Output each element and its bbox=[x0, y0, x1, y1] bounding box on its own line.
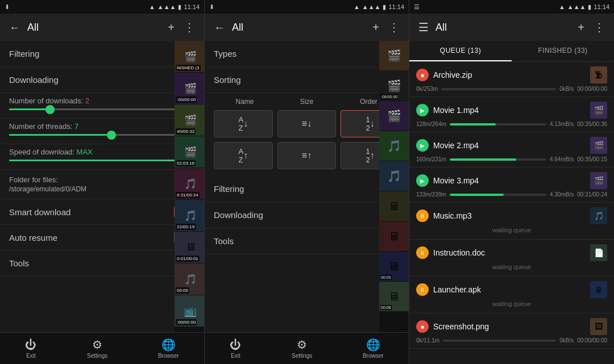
thumb-2: 🎬 :00/00:00 bbox=[175, 73, 204, 104]
settings-label-2: Settings bbox=[292, 353, 312, 359]
top-bar-2: ← All + ⋮ bbox=[205, 14, 409, 41]
downloads-slider-track[interactable] bbox=[9, 108, 195, 110]
sort-size-desc[interactable]: ≡↓ bbox=[277, 110, 337, 137]
downloading-section-2[interactable]: Downloading ∨ bbox=[205, 202, 409, 228]
exit-label-1: Exit bbox=[26, 353, 36, 359]
sort-size-asc[interactable]: ≡↑ bbox=[277, 142, 337, 169]
download-music[interactable]: ⏸ Music.mp3 🎵 waiting queue bbox=[409, 203, 614, 240]
download-movie1[interactable]: ▶ Movie 1.mp4 🎬 128m/264m 4.13mB/s 00:35… bbox=[409, 97, 614, 132]
thumb-p2-7: 🖥 bbox=[379, 221, 409, 251]
sort-content: Types ∨ Sorting ∧ Name Size Order AZ ↓ ≡… bbox=[205, 41, 409, 332]
movie2-play-icon: ▶ bbox=[416, 139, 429, 152]
movie2-time: 00:35/00:15 bbox=[577, 156, 607, 162]
speed-label: Speed of download: MAX bbox=[9, 148, 195, 156]
thumb-4: 🎬 02:03:16 bbox=[175, 136, 204, 168]
num-downloads-label: Number of downloads: 2 bbox=[9, 97, 195, 105]
status-bar-1: ⬇ ▲ ▲▲▲ ▮ 11:14 bbox=[0, 0, 204, 14]
browser-button-2[interactable]: 🌐 Browser bbox=[363, 338, 384, 359]
folder-item: Folder for files: /storage/emulated/0/AD… bbox=[0, 170, 204, 199]
sort-arrow-desc-1: ↓ bbox=[243, 119, 248, 129]
movie3-progress-row: 133m/239m 4.30mB/s 00:31/00:24 bbox=[416, 191, 607, 198]
instruction-row: ⏸ Instruction.doc 📄 bbox=[416, 244, 607, 261]
instruction-name: Instruction.doc bbox=[433, 248, 586, 257]
menu-button-1[interactable]: ⋮ bbox=[181, 18, 197, 36]
sort-order-asc-icon: 12 bbox=[366, 147, 370, 164]
speed-slider-track[interactable] bbox=[9, 160, 195, 161]
screenshot-row: ■ Screenshot.png 🖼 bbox=[416, 318, 607, 335]
movie2-size: 160m/231m bbox=[416, 156, 446, 162]
download-screenshot[interactable]: ■ Screenshot.png 🖼 0k/11.1m 0kB/s 00:00/… bbox=[409, 313, 614, 349]
download-archive-zip[interactable]: ■ Archive.zip 🗜 0k/253m 0kB/s 00:00/00:0… bbox=[409, 62, 614, 97]
back-button-1[interactable]: ← bbox=[7, 19, 23, 36]
filtering-section[interactable]: Filtering ∨ bbox=[0, 41, 204, 67]
tab-bar: QUEUE (13) FINISHED (33) bbox=[409, 41, 614, 62]
sorting-section[interactable]: Sorting ∧ bbox=[205, 67, 409, 93]
auto-resume-row[interactable]: Auto resume Off bbox=[0, 225, 204, 250]
download-movie3[interactable]: ▶ Movie 3.mp4 🎬 133m/239m 4.30mB/s 00:31… bbox=[409, 168, 614, 203]
add-button-2[interactable]: + bbox=[370, 19, 381, 36]
menu-button-2[interactable]: ⋮ bbox=[386, 18, 402, 36]
settings-button-1[interactable]: ⚙ Settings bbox=[87, 338, 107, 359]
thumb-time-6: 0:01/00:01 bbox=[176, 256, 200, 262]
launcher-pause-icon: ⏸ bbox=[416, 283, 429, 296]
battery-icon-2: ▮ bbox=[383, 3, 386, 11]
movie1-time: 00:35/00:36 bbox=[577, 121, 607, 127]
thumb-5: 🎵 0:31/00:24 bbox=[175, 168, 204, 199]
exit-icon-2: ⏻ bbox=[230, 338, 241, 352]
launcher-thumb: 🖥 bbox=[590, 281, 607, 298]
threads-slider-thumb[interactable] bbox=[107, 131, 116, 140]
num-downloads-item: Number of downloads: 2 bbox=[0, 93, 204, 119]
download-icon: ⬇ bbox=[5, 3, 10, 11]
browser-button-1[interactable]: 🌐 Browser bbox=[158, 338, 179, 359]
add-button-1[interactable]: + bbox=[165, 19, 177, 36]
back-button-2[interactable]: ← bbox=[211, 19, 227, 36]
downloading-section[interactable]: Downloading ∧ bbox=[0, 67, 204, 93]
thumb-p2-3: 🎬 bbox=[379, 101, 409, 131]
movie1-speed: 4.13mB/s bbox=[550, 121, 574, 127]
movie2-progress-row: 160m/231m 4.64mB/s 00:35/00:15 bbox=[416, 156, 607, 162]
download-movie2[interactable]: ▶ Movie 2.mp4 🎬 160m/231m 4.64mB/s 00:35… bbox=[409, 132, 614, 168]
thumb-time-4: 0:31/00:24 bbox=[176, 192, 200, 198]
thumb-p2-6: 🖥 bbox=[379, 191, 409, 221]
num-threads-value: 7 bbox=[74, 122, 78, 131]
filtering-section-2[interactable]: Filtering ∨ bbox=[205, 176, 409, 202]
menu-button-3[interactable]: ⋮ bbox=[591, 18, 607, 36]
status-left-1: ⬇ bbox=[5, 3, 10, 11]
tools-section-2[interactable]: Tools ∨ bbox=[205, 228, 409, 254]
sort-order-desc-icon: 12 bbox=[366, 115, 370, 132]
sorting-label: Sorting bbox=[214, 75, 241, 85]
filtering-label-2: Filtering bbox=[214, 184, 244, 194]
smart-download-row[interactable]: Smart download On bbox=[0, 199, 204, 225]
thumbnail-strip-2: 🎬 🎬 :00/00:00 🎬 🎵 🎵 🖥 🖥 🖥 00:03 🖥 00:08 bbox=[379, 41, 409, 332]
num-threads-label: Number of threads: 7 bbox=[9, 122, 195, 131]
tools-section-1[interactable]: Tools ∨ bbox=[0, 250, 204, 277]
download-instruction[interactable]: ⏸ Instruction.doc 📄 waiting queue bbox=[409, 240, 614, 277]
exit-button-2[interactable]: ⏻ Exit bbox=[230, 338, 241, 359]
sort-name-desc[interactable]: AZ ↓ bbox=[214, 110, 273, 137]
movie3-row: ▶ Movie 3.mp4 🎬 bbox=[416, 172, 607, 189]
hamburger-button-3[interactable]: ☰ bbox=[416, 18, 431, 36]
exit-button-1[interactable]: ⏻ Exit bbox=[25, 338, 36, 359]
speed-item: Speed of download: MAX bbox=[0, 144, 204, 170]
status-left-2: ⬇ bbox=[209, 3, 214, 11]
types-section[interactable]: Types ∨ bbox=[205, 41, 409, 67]
downloads-slider-thumb[interactable] bbox=[45, 105, 55, 114]
music-name: Music.mp3 bbox=[433, 211, 586, 220]
threads-slider-track[interactable] bbox=[9, 134, 195, 136]
tools-label-1: Tools bbox=[9, 258, 29, 268]
thumb-label-1: NISHED (3 bbox=[176, 65, 201, 71]
browser-label-2: Browser bbox=[363, 353, 384, 359]
types-label: Types bbox=[214, 49, 237, 58]
movie1-progress-row: 128m/264m 4.13mB/s 00:35/00:36 bbox=[416, 121, 607, 127]
download-launcher[interactable]: ⏸ Launcher.apk 🖥 waiting queue bbox=[409, 277, 614, 313]
title-2: All bbox=[232, 22, 366, 34]
screenshot-time: 00:00/00:00 bbox=[577, 337, 607, 344]
thumb-3: 🎬 40/00:32 bbox=[175, 104, 204, 136]
browser-icon-1: 🌐 bbox=[161, 338, 176, 352]
tab-finished[interactable]: FINISHED (33) bbox=[512, 41, 614, 61]
status-right-1: ▲ ▲▲▲ ▮ 11:14 bbox=[149, 3, 200, 11]
settings-button-2[interactable]: ⚙ Settings bbox=[292, 338, 312, 359]
add-button-3[interactable]: + bbox=[575, 19, 587, 36]
tab-queue[interactable]: QUEUE (13) bbox=[409, 41, 512, 61]
sort-name-asc[interactable]: AZ ↑ bbox=[214, 142, 273, 169]
